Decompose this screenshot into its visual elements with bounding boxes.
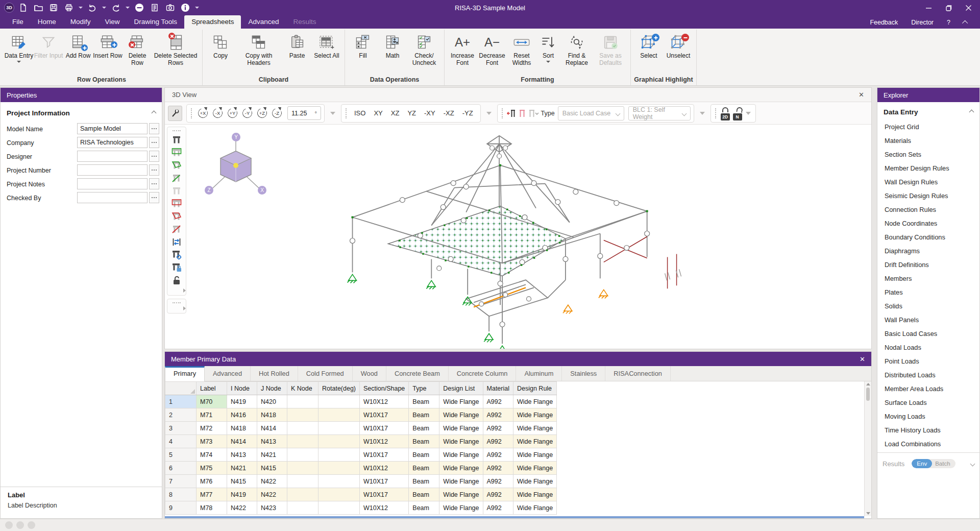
label-cell[interactable]: M73 <box>197 435 227 448</box>
material-cell[interactable]: A992 <box>483 462 513 475</box>
rotate-cell[interactable] <box>318 462 360 475</box>
material-cell[interactable]: A992 <box>483 408 513 422</box>
explorer-item[interactable]: Members <box>877 272 979 285</box>
explorer-item[interactable]: Materials <box>877 134 979 148</box>
undo-icon[interactable] <box>86 2 99 14</box>
type-cell[interactable]: Beam <box>409 435 439 448</box>
design-list-cell[interactable]: Wide Flange <box>439 435 483 448</box>
close-button[interactable] <box>965 5 972 11</box>
j-node-cell[interactable]: N418 <box>257 408 287 422</box>
scroll-down-icon[interactable] <box>866 512 870 515</box>
i-node-cell[interactable]: N422 <box>227 501 257 515</box>
show-loads-button[interactable] <box>506 108 517 118</box>
view-preset-button[interactable]: XY <box>370 109 386 117</box>
table-corner-cell[interactable] <box>165 382 197 395</box>
column-header[interactable]: I Node <box>227 382 257 395</box>
spreadsheet-tab[interactable]: Hot Rolled <box>251 366 298 381</box>
sort-button[interactable]: Sort <box>536 31 560 74</box>
view-preset-button[interactable]: ISO <box>350 109 370 117</box>
maximize-button[interactable] <box>945 5 952 11</box>
segment-drag-handle[interactable] <box>502 108 503 118</box>
rotate-segment-dropdown-icon[interactable] <box>330 112 335 115</box>
k-node-cell[interactable] <box>287 422 318 435</box>
table-row[interactable]: 8 M77 N419 N422 W10X17 Beam Wide Flange … <box>165 488 557 501</box>
table-horizontal-scrollbar[interactable] <box>165 516 864 518</box>
design-list-cell[interactable]: Wide Flange <box>439 422 483 435</box>
polygon-unselect-tool-icon[interactable] <box>170 210 183 223</box>
explorer-item[interactable]: Seismic Design Rules <box>877 189 979 203</box>
explorer-item[interactable]: Node Coordinates <box>877 216 979 230</box>
label-cell[interactable]: M72 <box>197 422 227 435</box>
k-node-cell[interactable] <box>287 475 318 488</box>
property-more-button[interactable] <box>149 164 159 176</box>
toolstrip-expand-icon[interactable] <box>183 306 186 310</box>
view-preset-button[interactable]: -XZ <box>439 109 458 117</box>
collapse-ribbon-icon[interactable] <box>962 20 968 26</box>
save-icon[interactable] <box>47 2 60 14</box>
collapse-section-icon[interactable] <box>152 111 157 116</box>
design-rule-cell[interactable]: Wide Flange <box>513 501 556 515</box>
material-cell[interactable]: A992 <box>483 395 513 408</box>
property-value-input[interactable]: RISA Technologies <box>77 137 148 148</box>
criteria-select-tool-icon[interactable] <box>170 248 183 261</box>
snapshot-camera-icon[interactable] <box>163 2 177 14</box>
type-cell[interactable]: Beam <box>409 462 439 475</box>
j-node-cell[interactable]: N422 <box>257 475 287 488</box>
material-cell[interactable]: A992 <box>483 488 513 501</box>
line-unselect-tool-icon[interactable] <box>170 223 183 235</box>
label-cell[interactable]: M75 <box>197 462 227 475</box>
j-node-cell[interactable]: N414 <box>257 422 287 435</box>
polygon-select-tool-icon[interactable] <box>170 159 183 172</box>
scroll-up-icon[interactable] <box>866 383 870 385</box>
k-node-cell[interactable] <box>287 395 318 408</box>
rotation-angle-input[interactable]: 11.25 ° <box>287 106 321 120</box>
select-all-button[interactable]: Select All <box>312 31 341 74</box>
row-number-cell[interactable]: 4 <box>165 435 197 448</box>
rotate-cell[interactable] <box>318 488 360 501</box>
tab-file[interactable]: File <box>5 15 31 29</box>
label-cell[interactable]: M74 <box>197 448 227 462</box>
rotate-cell[interactable] <box>318 475 360 488</box>
app-logo-icon[interactable]: 3D <box>4 3 14 13</box>
section-shape-cell[interactable]: W10X17 <box>360 422 409 435</box>
table-vertical-scrollbar[interactable] <box>864 381 871 516</box>
increase-font-button[interactable]: A+ Increase Font <box>448 31 477 74</box>
design-rule-cell[interactable]: Wide Flange <box>513 488 556 501</box>
type-cell[interactable]: Beam <box>409 395 439 408</box>
j-node-cell[interactable]: N422 <box>257 488 287 501</box>
box-unselect-tool-icon[interactable] <box>170 197 183 210</box>
table-row[interactable]: 6 M75 N421 N415 W10X12 Beam Wide Flange … <box>165 462 557 475</box>
explorer-item[interactable]: Project Grid <box>877 120 979 134</box>
explorer-item[interactable]: Wall Design Rules <box>877 175 979 189</box>
property-more-button[interactable] <box>149 151 159 162</box>
explorer-item[interactable]: Load Combinations <box>877 437 979 451</box>
help-link[interactable]: ? <box>947 19 950 26</box>
solve-minus-icon[interactable] <box>133 2 146 14</box>
view-preset-button[interactable]: -XY <box>420 109 439 117</box>
member-data-table[interactable]: LabelI NodeJ NodeK NodeRotate(deg)Sectio… <box>165 381 557 515</box>
design-list-cell[interactable]: Wide Flange <box>439 448 483 462</box>
math-button[interactable]: Math <box>378 31 407 74</box>
explorer-item[interactable]: Member Design Rules <box>877 161 979 175</box>
material-cell[interactable]: A992 <box>483 475 513 488</box>
spreadsheet-tab[interactable]: Cold Formed <box>298 366 353 381</box>
j-node-cell[interactable]: N421 <box>257 448 287 462</box>
table-row[interactable]: 4 M73 N414 N413 W10X12 Beam Wide Flange … <box>165 435 557 448</box>
row-number-cell[interactable]: 3 <box>165 422 197 435</box>
rotate-cell[interactable] <box>318 448 360 462</box>
lock-segment-dropdown-icon[interactable] <box>746 112 751 115</box>
type-cell[interactable]: Beam <box>409 475 439 488</box>
row-number-cell[interactable]: 1 <box>165 395 197 408</box>
save-selection-tool-icon[interactable] <box>170 261 183 274</box>
explorer-item[interactable]: Drift Definitions <box>877 258 979 272</box>
explorer-item[interactable]: Distributed Loads <box>877 368 979 382</box>
minimize-button[interactable] <box>925 5 932 11</box>
spreadsheet-tab[interactable]: Stainless <box>562 366 605 381</box>
section-shape-cell[interactable]: W10X17 <box>360 488 409 501</box>
row-number-cell[interactable]: 2 <box>165 408 197 422</box>
k-node-cell[interactable] <box>287 435 318 448</box>
k-node-cell[interactable] <box>287 462 318 475</box>
box-select-tool-icon[interactable] <box>170 146 183 159</box>
rotate-cell[interactable] <box>318 395 360 408</box>
section-shape-cell[interactable]: W10X12 <box>360 501 409 515</box>
